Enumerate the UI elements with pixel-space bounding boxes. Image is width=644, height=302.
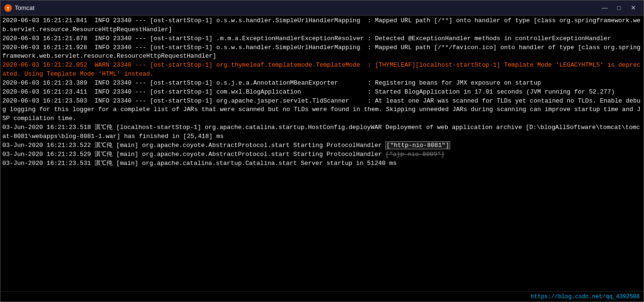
log-line: 03-Jun-2020 16:21:23.531 淇℃伅 [main] org.… — [2, 159, 642, 168]
strikethrough-protocol-ajp: ["ajp-nio-8009"] — [385, 151, 444, 158]
window-title: Tomcat — [15, 4, 35, 11]
log-line: 03-Jun-2020 16:21:23.522 淇℃伅 [main] org.… — [2, 141, 642, 150]
highlight-protocol-http: ["http-nio-8081"] — [385, 141, 450, 149]
log-line: 2020-06-03 16:21:23.411 INFO 23340 --- [… — [2, 88, 642, 97]
log-line: 03-Jun-2020 16:21:23.529 淇℃伅 [main] org.… — [2, 150, 642, 159]
log-line: 03-Jun-2020 16:21:23.518 淇℃伅 [localhost-… — [2, 123, 642, 141]
title-bar: T Tomcat — □ ✕ — [0, 0, 644, 16]
title-left: T Tomcat — [4, 4, 35, 12]
window-controls: — □ ✕ — [598, 3, 640, 13]
log-line: 2020-06-03 16:21:23.389 INFO 23340 --- [… — [2, 79, 642, 88]
maximize-button[interactable]: □ — [612, 3, 626, 13]
log-line: 2020-06-03 16:21:21.878 INFO 23340 --- [… — [2, 35, 642, 43]
status-bar: https://blog.csdn.net/qq_4392508 — [0, 291, 644, 302]
log-line: 2020-06-03 16:21:23.503 INFO 23340 --- [… — [2, 97, 642, 124]
log-line: 2020-06-03 16:21:21.928 INFO 23340 --- [… — [2, 43, 642, 61]
close-button[interactable]: ✕ — [627, 3, 640, 13]
console-output: 2020-06-03 16:21:21.841 INFO 23340 --- [… — [0, 16, 644, 291]
log-line: 2020-06-03 16:21:21.841 INFO 23340 --- [… — [2, 17, 642, 35]
log-line: 2020-06-03 16:21:22.052 WARN 23340 --- [… — [2, 61, 642, 79]
tomcat-icon: T — [4, 4, 12, 12]
main-window: T Tomcat — □ ✕ 2020-06-03 16:21:21.841 I… — [0, 0, 644, 302]
status-url: https://blog.csdn.net/qq_4392508 — [531, 293, 640, 300]
svg-text:T: T — [7, 7, 9, 11]
minimize-button[interactable]: — — [598, 3, 611, 13]
